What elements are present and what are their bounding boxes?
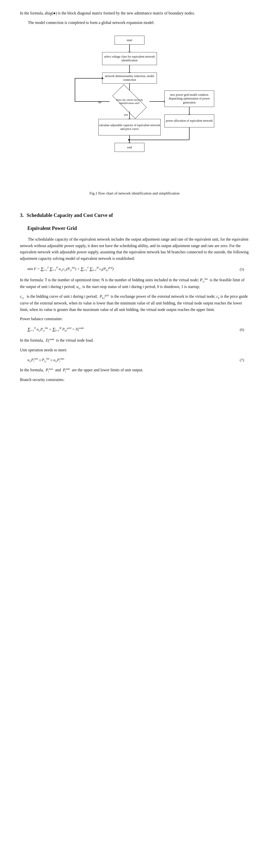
fc-box2: network dimensionality reduction, model …: [102, 72, 157, 84]
arrow2: [129, 65, 130, 72]
arrow-no-h: [75, 101, 110, 102]
section3-para2b: ci,t is the bidding curve of unit i duri…: [20, 293, 249, 313]
arrow6: [129, 135, 130, 143]
formula5-num: (5): [240, 266, 244, 272]
arrow1: [129, 44, 130, 52]
intro-para1: In the formula, diag(●) is the block dia…: [20, 10, 249, 17]
section3-para2: In the formula: T is the number of optim…: [20, 277, 249, 290]
fc-box5: power allocation of equivalent network: [164, 115, 214, 127]
section3-heading: 3. Schedulable Capacity and Cost Curve o…: [20, 204, 249, 222]
intro-text2: The model connection is completed to for…: [28, 21, 155, 25]
fc-diamond: Does the whole network identification en…: [110, 92, 149, 112]
fc-end: end: [114, 143, 144, 152]
fc-yes-label: yes: [124, 113, 128, 117]
fc-diamond-text: Does the whole network identification en…: [110, 92, 149, 112]
intro-text1: In the formula, diag(●) is the block dia…: [20, 11, 195, 15]
intro-para2: The model connection is completed to for…: [20, 20, 249, 26]
formula7-num: (7): [240, 357, 244, 363]
unit-op-label: Unit operation needs to meet:: [20, 347, 249, 353]
power-balance-label: Power balance constraints:: [20, 316, 249, 322]
fc-box3: calculate adjustable capacity of equival…: [98, 119, 161, 135]
section3-para1: The schedulable capacity of the equivale…: [20, 236, 249, 261]
flowchart: start select voltage class for equivalen…: [50, 33, 219, 188]
figure1: start select voltage class for equivalen…: [20, 33, 249, 196]
formula7-block: ui,tPimin ≤ Pi,tlim ≤ ui,tPimax (7): [27, 357, 249, 363]
figure-caption: Fig.1 flow chart of network identificati…: [90, 190, 179, 196]
arrow-right1: [149, 101, 164, 102]
formula7: ui,tPimin ≤ Pi,tlim ≤ ui,tPimax: [27, 357, 64, 363]
arrow5-h: [129, 140, 189, 140]
formula5-block: min F = Σt=1T Σi=1N ui,tci,t(Pi,tlim) + …: [27, 265, 249, 273]
arrow5-v: [189, 127, 190, 140]
fc-box4: new power grid model conducts dispatchin…: [164, 91, 214, 107]
section3-para3: In the formula, Dtnode is the virtual no…: [20, 337, 249, 344]
branch-sec-label: Branch security constraints:: [20, 376, 249, 383]
fc-no-label: no: [98, 100, 101, 105]
fc-box1: select voltage class for equivalent netw…: [102, 52, 157, 65]
arrow-no-v-up: [75, 78, 75, 101]
section3-para4: In the formula, Pimax and Pimin are the …: [20, 367, 249, 374]
section3-sub-heading: Equivalent Power Grid: [27, 224, 249, 232]
arrow4: [189, 107, 190, 115]
section3-num: 3.: [20, 211, 24, 219]
formula5: min F = Σt=1T Σi=1N ui,tci,t(Pi,tlim) + …: [27, 265, 113, 273]
arrow-no-h2: [75, 78, 102, 79]
fc-start: start: [114, 36, 144, 44]
formula6: Σi=1N ui,tPi,tlim + Σk=1M Pk,tgrid = Dtn…: [27, 326, 84, 334]
formula6-block: Σi=1N ui,tPi,tlim + Σk=1M Pk,tgrid = Dtn…: [27, 326, 249, 334]
section3-title: Schedulable Capacity and Cost Curve of: [27, 211, 113, 219]
arrow-yes-v: [129, 112, 130, 119]
formula6-num: (6): [240, 327, 244, 333]
